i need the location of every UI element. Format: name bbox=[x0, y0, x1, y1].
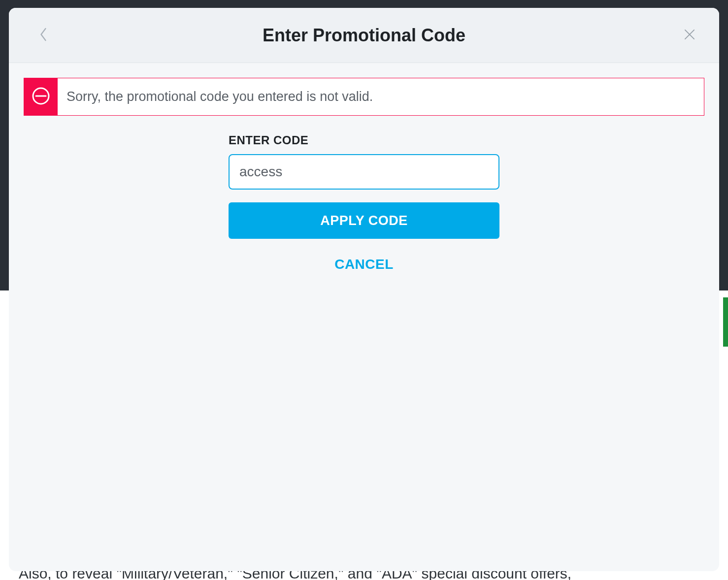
promo-code-input[interactable] bbox=[229, 154, 499, 190]
back-button[interactable] bbox=[34, 27, 52, 44]
close-button[interactable] bbox=[681, 27, 698, 44]
chevron-left-icon bbox=[39, 27, 48, 44]
code-field-label: ENTER CODE bbox=[229, 133, 499, 147]
modal-body: Sorry, the promotional code you entered … bbox=[9, 63, 719, 571]
promo-code-modal: Enter Promotional Code Sorry, the pro bbox=[9, 8, 719, 571]
error-minus-circle-icon bbox=[31, 86, 51, 108]
close-icon bbox=[683, 28, 696, 43]
promo-form: ENTER CODE APPLY CODE CANCEL bbox=[229, 133, 499, 272]
modal-header: Enter Promotional Code bbox=[9, 8, 719, 63]
error-alert: Sorry, the promotional code you entered … bbox=[24, 78, 704, 116]
error-message: Sorry, the promotional code you entered … bbox=[58, 78, 382, 115]
modal-title: Enter Promotional Code bbox=[263, 25, 465, 46]
cancel-button[interactable]: CANCEL bbox=[229, 257, 499, 272]
error-icon-box bbox=[24, 78, 58, 115]
apply-code-button[interactable]: APPLY CODE bbox=[229, 202, 499, 239]
background-green-edge bbox=[723, 297, 728, 347]
